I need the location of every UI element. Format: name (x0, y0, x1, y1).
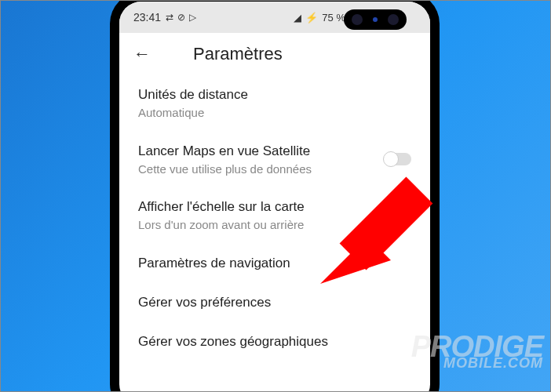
battery-percent: 75 % (322, 12, 345, 24)
setting-title: Gérer vos zones géographiques (138, 333, 411, 350)
setting-geographic-zones[interactable]: Gérer vos zones géographiques (138, 322, 411, 361)
play-icon: ▷ (189, 12, 196, 23)
phone-frame: 23:41 ⇄ ⊘ ▷ ◢ ⚡ 75 % ← Paramètres Unités… (110, 0, 440, 392)
satellite-toggle[interactable] (385, 153, 411, 165)
page-title: Paramètres (170, 44, 416, 64)
battery-icon: ⚡ (305, 12, 318, 24)
status-time: 23:41 (133, 11, 161, 24)
camera-cutout (344, 9, 407, 30)
signal-icon: ◢ (294, 12, 301, 24)
back-button[interactable]: ← (133, 44, 151, 64)
setting-title: Afficher l'échelle sur la carte (138, 198, 411, 216)
setting-title: Unités de distance (138, 86, 411, 103)
app-header: ← Paramètres (119, 33, 430, 75)
status-icons-right: ◢ ⚡ 75 % (294, 12, 345, 24)
dnd-icon: ⊘ (177, 12, 185, 23)
setting-title: Paramètres de navigation (138, 255, 411, 272)
setting-preferences[interactable]: Gérer vos préférences (138, 283, 411, 322)
watermark: PRODIGE MOBILE.COM (411, 336, 543, 368)
status-icons-left: ⇄ ⊘ ▷ (166, 12, 196, 23)
usb-icon: ⇄ (166, 12, 173, 23)
setting-show-scale[interactable]: Afficher l'échelle sur la carte Lors d'u… (138, 187, 411, 244)
settings-list: Unités de distance Automatique Lancer Ma… (119, 75, 430, 361)
phone-screen: 23:41 ⇄ ⊘ ▷ ◢ ⚡ 75 % ← Paramètres Unités… (119, 2, 430, 392)
setting-satellite-view[interactable]: Lancer Maps en vue Satellite Cette vue u… (138, 132, 411, 188)
setting-navigation[interactable]: Paramètres de navigation (138, 244, 411, 283)
setting-subtitle: Automatique (138, 105, 411, 121)
setting-distance-units[interactable]: Unités de distance Automatique (138, 75, 411, 132)
setting-subtitle: Cette vue utilise plus de données (138, 162, 375, 177)
setting-title: Lancer Maps en vue Satellite (138, 143, 375, 160)
setting-subtitle: Lors d'un zoom avant ou arrière (138, 217, 411, 233)
setting-title: Gérer vos préférences (138, 294, 411, 311)
